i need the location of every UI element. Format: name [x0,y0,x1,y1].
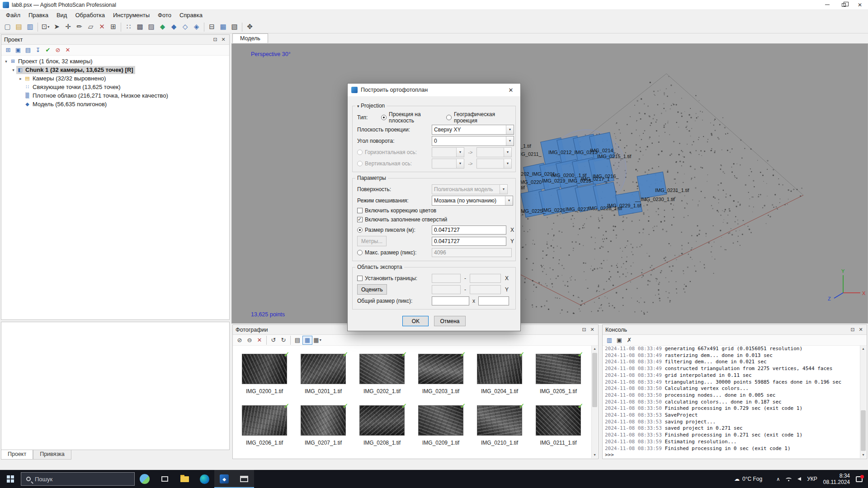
rotate-left-icon[interactable]: ↺ [269,336,278,345]
photo-image[interactable] [536,405,581,436]
rotate-right-icon[interactable]: ↻ [278,336,288,345]
minimize-button[interactable] [819,0,835,9]
radio-geographic-projection[interactable] [446,115,452,120]
float-panel-icon[interactable]: ⊡ [580,327,588,333]
tab-model[interactable]: Модель [232,33,268,43]
photo-image[interactable] [301,354,346,384]
open-project-icon[interactable]: ▤ [13,22,24,33]
language-indicator[interactable]: УКР [807,476,817,482]
reset-photo-icon[interactable]: ⊖ [245,336,255,345]
photo-image[interactable] [301,405,346,436]
scroll-down-icon[interactable]: ▾ [592,452,598,458]
tab-project[interactable]: Проект [1,450,33,460]
tree-item[interactable]: ▾◧Chunk 1 (32 камеры, 13,625 точек) [R] [1,66,229,74]
photos-scrollbar[interactable]: ▴ ▾ [591,346,598,458]
float-panel-icon[interactable]: ⊡ [211,37,219,42]
tree-item[interactable]: ▸▤Камеры (32/32 выровнено) [1,74,229,83]
tree-item[interactable]: ∷Связующие точки (13,625 точек) [1,83,229,91]
move-region-icon[interactable]: ✥ [244,22,255,33]
float-panel-icon[interactable]: ⊡ [849,327,857,333]
pixel-size-x-input[interactable] [432,225,506,235]
crop-selection-icon[interactable]: ⊞ [108,22,119,33]
mesh-solid-view-icon[interactable]: ◆ [168,22,179,33]
photo-image[interactable] [242,405,287,436]
tab-reference[interactable]: Привязка [33,450,71,460]
disable-item-icon[interactable]: ⊘ [53,46,63,55]
tree-item[interactable]: ▒Плотное облако (216,271 точка, Низкое к… [1,91,229,100]
rotation-angle-select[interactable]: 0 ▾ [432,136,514,146]
photo-thumb[interactable]: ✓IMG_0206_1.tif [239,405,290,457]
save-log-icon[interactable]: ▥ [604,336,614,345]
photo-thumb[interactable]: ✓IMG_0200_1.tif [239,354,290,405]
add-photos-icon[interactable]: ▣ [13,46,23,55]
navigation-arrow-icon[interactable]: ➤ [51,22,62,33]
taskbar-taskview-button[interactable] [155,470,175,488]
menu-item[interactable]: Вид [52,10,71,21]
measure-crosshair-icon[interactable]: ✛ [62,22,74,33]
dialog-titlebar[interactable]: Построить ортофотоплан ✕ [348,84,520,96]
weather-status[interactable]: ☁ 0°C Fog [734,476,762,482]
scroll-thumb[interactable] [861,410,866,451]
color-correction-checkbox[interactable] [357,208,363,213]
mesh-shaded-view-icon[interactable]: ◆ [157,22,168,33]
tree-expander-icon[interactable]: ▾ [10,68,16,72]
hole-filling-checkbox[interactable] [357,217,363,222]
save-project-icon[interactable]: ▥ [24,22,36,33]
draw-point-icon[interactable]: ✏ [74,22,85,33]
photo-thumb[interactable]: ✓IMG_0205_1.tif [533,354,584,405]
photo-image[interactable] [418,405,463,436]
set-boundaries-checkbox[interactable] [357,276,363,281]
photo-image[interactable] [359,354,405,384]
ok-button[interactable]: OK [402,316,429,326]
photo-thumb[interactable]: ✓IMG_0202_1.tif [357,354,407,405]
radio-max-dimension[interactable] [357,250,363,255]
collapse-triangle-icon[interactable]: ▾ [357,104,359,108]
radio-plane-projection[interactable] [381,115,387,120]
scroll-thumb[interactable] [592,353,597,407]
menu-item[interactable]: Фото [154,10,175,21]
dem-view-icon[interactable]: ▧ [229,22,240,33]
dense-cloud-view-icon[interactable]: ▩ [134,22,146,33]
add-chunk-icon[interactable]: ⊞ [3,46,13,55]
remove-photo-icon[interactable]: ✕ [255,336,264,345]
show-cameras-icon[interactable]: ⊟ [206,22,217,33]
photo-thumb[interactable]: ✓IMG_0204_1.tif [474,354,525,405]
total-size-x-input[interactable] [432,296,469,305]
menu-item[interactable]: Правка [24,10,52,21]
taskbar-window-app[interactable] [234,470,254,488]
thumbnail-size-icon[interactable]: ▦▾ [312,336,322,345]
close-panel-icon[interactable]: ✕ [588,327,596,333]
photo-image[interactable] [359,405,405,436]
remove-item-icon[interactable]: ✕ [63,46,73,55]
estimate-button[interactable]: Оценить [357,284,387,295]
add-folder-icon[interactable]: ▤ [23,46,33,55]
blend-mode-select[interactable]: Мозаика (по умолчанию) ▾ [432,196,513,206]
menu-item[interactable]: Обработка [71,10,109,21]
rect-selection-icon[interactable]: ⊡▾ [40,22,51,33]
import-data-icon[interactable]: ↧ [33,46,43,55]
tree-expander-icon[interactable]: ▸ [18,76,24,81]
photo-image[interactable] [536,354,581,384]
photo-image[interactable] [477,405,522,436]
mesh-wireframe-view-icon[interactable]: ◇ [179,22,191,33]
menu-item[interactable]: Инструменты [109,10,154,21]
total-size-y-input[interactable] [478,296,509,305]
taskbar-weather-app[interactable] [135,470,155,488]
show-hidden-icons-chevron[interactable]: ∧ [776,476,780,482]
tree-item[interactable]: ◆Модель (56,635 полигонов) [1,100,229,108]
dialog-close-icon[interactable]: ✕ [501,87,520,94]
tree-item[interactable]: ▾⊞Проект (1 блок, 32 камеры) [1,57,229,66]
menu-item[interactable]: Файл [2,10,24,21]
new-project-icon[interactable]: ▢ [2,22,13,33]
taskbar-edge[interactable] [194,470,214,488]
enable-item-icon[interactable]: ✔ [43,46,53,55]
close-panel-icon[interactable]: ✕ [857,327,865,333]
thumbnails-view-icon[interactable]: ▦ [302,336,312,345]
copy-log-icon[interactable]: ▣ [614,336,624,345]
cancel-button[interactable]: Отмена [434,316,465,326]
photo-image[interactable] [418,354,463,384]
pixel-size-y-input[interactable] [432,237,506,246]
clear-log-icon[interactable]: ✗ [624,336,634,345]
close-button[interactable]: ✕ [852,0,868,9]
restore-button[interactable] [835,0,852,9]
